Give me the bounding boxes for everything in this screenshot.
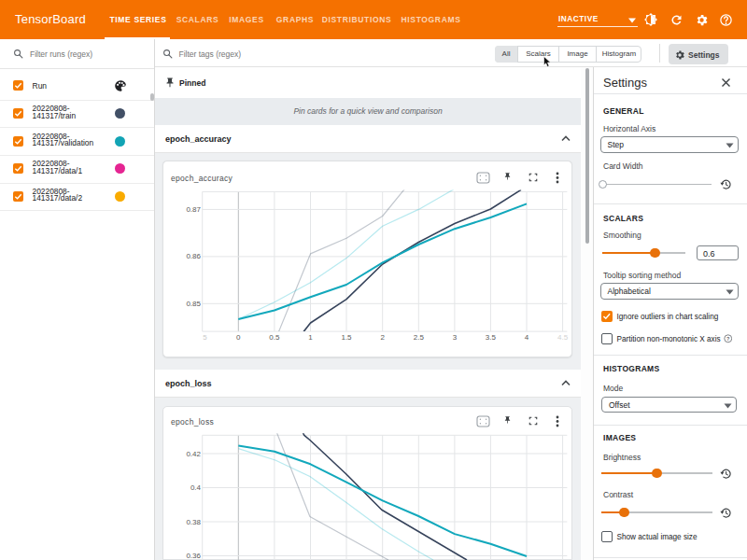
svg-text:4.5: 4.5 — [557, 333, 569, 342]
svg-text:0.42: 0.42 — [186, 450, 201, 458]
svg-text:2.5: 2.5 — [414, 333, 425, 342]
svg-text:3.5: 3.5 — [486, 333, 497, 342]
svg-text:0.4: 0.4 — [190, 483, 202, 492]
svg-text:0.87: 0.87 — [186, 205, 201, 214]
svg-text:0.85: 0.85 — [186, 300, 201, 308]
svg-text:0.36: 0.36 — [186, 552, 201, 560]
svg-text:0.86: 0.86 — [186, 252, 201, 260]
svg-text:0.5: 0.5 — [269, 333, 280, 342]
svg-text:1: 1 — [308, 333, 313, 342]
svg-text:5: 5 — [203, 333, 207, 342]
svg-text:3: 3 — [453, 333, 458, 342]
svg-text:2: 2 — [380, 333, 385, 342]
svg-text:1.5: 1.5 — [341, 333, 352, 342]
svg-text:0.38: 0.38 — [186, 518, 201, 526]
svg-text:4: 4 — [525, 333, 529, 342]
svg-text:?: ? — [726, 336, 730, 342]
svg-text:0: 0 — [236, 333, 241, 342]
